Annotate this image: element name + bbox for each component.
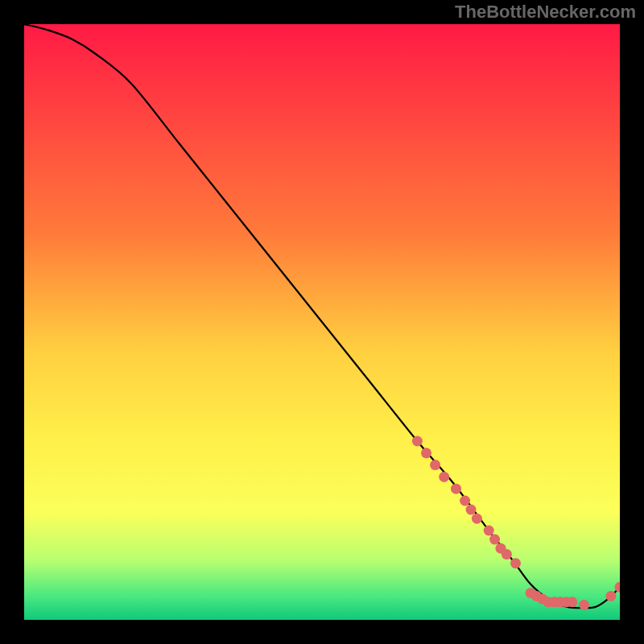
data-marker <box>484 526 494 536</box>
data-marker <box>567 597 577 607</box>
watermark-text: TheBottleNecker.com <box>455 2 636 23</box>
data-marker <box>489 535 500 545</box>
data-marker <box>466 505 477 515</box>
chart-frame: TheBottleNecker.com <box>0 0 644 644</box>
data-marker <box>412 436 423 447</box>
data-marker <box>472 514 482 524</box>
data-marker <box>579 600 589 610</box>
data-marker <box>421 448 431 458</box>
data-marker <box>460 496 470 506</box>
data-marker <box>430 460 440 470</box>
plot-area <box>24 24 620 620</box>
data-marker <box>451 484 461 494</box>
data-marker <box>439 472 449 482</box>
data-marker <box>510 558 521 568</box>
chart-svg <box>24 24 620 620</box>
data-marker <box>605 591 616 601</box>
data-marker <box>502 549 512 559</box>
